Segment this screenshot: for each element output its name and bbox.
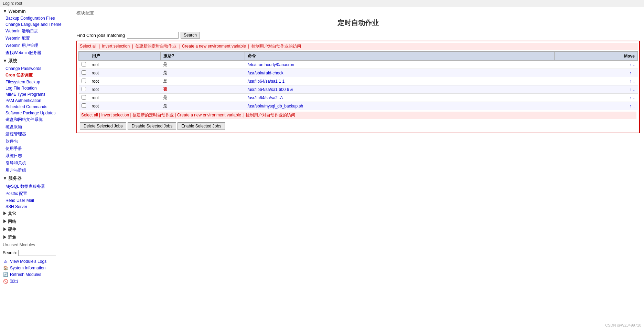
webmin-section-header[interactable]: ▼ Webmin: [0, 7, 72, 15]
search-bar: Find Cron jobs matching Search: [76, 32, 640, 39]
sidebar: ▼ Webmin Backup Configuration Files Chan…: [0, 7, 72, 330]
cron-table-container: Select all | Invert selection | 创建新的定时自动…: [76, 41, 640, 133]
sidebar-item-read-mail[interactable]: Read User Mail: [0, 197, 72, 204]
sidebar-item-log-rotation[interactable]: Log File Rotation: [0, 85, 72, 91]
row-active-4: 是: [160, 94, 245, 102]
row-command-2[interactable]: /usr/lib64/sa/sa1 1 1: [245, 77, 555, 85]
collapsed-section-cluster[interactable]: ▶ 群集: [0, 234, 72, 241]
row-command-link-0[interactable]: /etc/cron.hourly/0anacron: [248, 62, 294, 67]
col-move-header: Move: [555, 52, 638, 61]
enable-selected-jobs-button[interactable]: Enable Selected Jobs: [178, 122, 225, 130]
row-command-link-5[interactable]: /usr/sbin/mysql_db_backup.sh: [248, 104, 303, 109]
sidebar-item-pam-auth[interactable]: PAM Authentication: [0, 97, 72, 104]
sidebar-item-webmin-log[interactable]: Webmin 活动日志: [0, 28, 72, 35]
view-module-logs-label: View Module's Logs: [10, 259, 46, 264]
sidebar-item-webmin-config[interactable]: Webmin 配置: [0, 35, 72, 42]
logout-link[interactable]: 🚫 退出: [3, 278, 69, 284]
collapsed-section-other[interactable]: ▶ 其它: [0, 210, 72, 218]
invert-selection-bottom-link[interactable]: Invert selection: [101, 113, 129, 117]
delete-selected-jobs-button[interactable]: Delete Selected Jobs: [80, 122, 126, 130]
sidebar-item-ssh-server[interactable]: SSH Server: [0, 204, 72, 210]
sidebar-item-filesystem-backup[interactable]: Filesystem Backup: [0, 79, 72, 85]
row-checkbox-1[interactable]: [82, 70, 86, 75]
sidebar-item-software-updates[interactable]: Software Package Updates: [0, 110, 72, 116]
row-command-5[interactable]: /usr/sbin/mysql_db_backup.sh: [245, 102, 555, 110]
control-access-bottom-link[interactable]: 控制用户对自动作业的访问: [246, 113, 295, 117]
warning-icon: ⚠: [3, 259, 8, 264]
sidebar-item-software-packages[interactable]: 软件包: [0, 138, 72, 145]
control-access-top-link[interactable]: 控制用户对自动作业的访问: [251, 44, 301, 49]
row-command-link-3[interactable]: /usr/lib64/sa/sa1 600 6 &: [248, 87, 293, 92]
sidebar-footer: ⚠ View Module's Logs 🏠 System Informatio…: [0, 257, 72, 286]
row-command-link-1[interactable]: /usr/sbin/raid-check: [248, 71, 283, 75]
server-section-label: ▼ 服务器: [3, 175, 22, 182]
sidebar-item-change-passwords[interactable]: Change Passwords: [0, 65, 72, 72]
row-command-link-4[interactable]: /usr/lib64/sa/sa2 -A: [248, 95, 283, 100]
col-checkbox-header: [79, 52, 89, 61]
sidebar-item-find-webmin[interactable]: 查找Webmin服务器: [0, 49, 72, 56]
webmin-section-label: ▼ Webmin: [3, 9, 26, 14]
sidebar-item-manual[interactable]: 使用手册: [0, 145, 72, 152]
view-module-logs-link[interactable]: ⚠ View Module's Logs: [3, 259, 69, 264]
row-checkbox-5[interactable]: [82, 103, 86, 108]
sidebar-item-mysql[interactable]: MySQL 数据库服务器: [0, 183, 72, 190]
collapsed-section-other-label: ▶ 其它: [3, 211, 16, 217]
sidebar-item-postfix[interactable]: Postfix 配置: [0, 190, 72, 197]
sidebar-item-process-manager[interactable]: 进程管理器: [0, 131, 72, 138]
system-information-link[interactable]: 🏠 System Information: [3, 265, 69, 271]
col-command-header: 命令: [245, 52, 555, 61]
select-all-top-link[interactable]: Select all: [80, 44, 97, 49]
sidebar-search-input[interactable]: [18, 250, 56, 256]
collapsed-section-hardware[interactable]: ▶ 硬件: [0, 226, 72, 234]
collapsed-section-network[interactable]: ▶ 网络: [0, 218, 72, 226]
refresh-modules-link[interactable]: 🔄 Refresh Modules: [3, 272, 69, 277]
col-user-header: 用户: [89, 52, 161, 61]
table-row: root是/usr/lib64/sa/sa1 1 1↑ ↓: [79, 77, 638, 85]
row-move-4: ↑ ↓: [555, 94, 638, 102]
search-button[interactable]: Search: [181, 32, 200, 39]
disable-selected-jobs-button[interactable]: Disable Selected Jobs: [128, 122, 176, 130]
cron-search-input[interactable]: [127, 32, 179, 39]
row-active-1: 是: [160, 69, 245, 77]
row-command-1[interactable]: /usr/sbin/raid-check: [245, 69, 555, 77]
row-active-5: 是: [160, 102, 245, 110]
sidebar-item-users-groups[interactable]: 用户与群组: [0, 167, 72, 174]
sidebar-item-disk-network-fs[interactable]: 磁盘和网络文件系统: [0, 116, 72, 123]
sidebar-item-boot-shutdown[interactable]: 引导和关机: [0, 159, 72, 167]
row-command-3[interactable]: /usr/lib64/sa/sa1 600 6 &: [245, 85, 555, 94]
row-move-1: ↑ ↓: [555, 69, 638, 77]
sidebar-item-webmin-users[interactable]: Webmin 用户管理: [0, 42, 72, 49]
sidebar-item-scheduled-cmds[interactable]: Scheduled Commands: [0, 104, 72, 110]
row-active-2: 是: [160, 77, 245, 85]
table-row: root是/usr/lib64/sa/sa2 -A↑ ↓: [79, 94, 638, 102]
sidebar-item-backup-config[interactable]: Backup Configuration Files: [0, 15, 72, 21]
server-section-header[interactable]: ▼ 服务器: [0, 174, 72, 183]
sidebar-item-mime-type[interactable]: MIME Type Programs: [0, 91, 72, 97]
sidebar-item-cron[interactable]: Cron 任务调度: [0, 72, 72, 79]
row-move-3: ↑ ↓: [555, 85, 638, 94]
row-active-0: 是: [160, 61, 245, 69]
home-icon: 🏠: [3, 265, 8, 271]
sidebar-item-disk-quota[interactable]: 磁盘限额: [0, 123, 72, 131]
system-section-header[interactable]: ▼ 系统: [0, 56, 72, 65]
row-command-4[interactable]: /usr/lib64/sa/sa2 -A: [245, 94, 555, 102]
sidebar-item-change-language[interactable]: Change Language and Theme: [0, 21, 72, 28]
row-command-link-2[interactable]: /usr/lib64/sa/sa1 1 1: [248, 79, 285, 84]
unused-modules-label: Un-used Modules: [0, 241, 72, 248]
invert-selection-top-link[interactable]: Invert selection: [102, 44, 130, 49]
create-env-var-bottom-link[interactable]: Create a new environment variable: [177, 113, 241, 117]
row-checkbox-0[interactable]: [82, 62, 86, 66]
sidebar-item-system-log[interactable]: 系统日志: [0, 152, 72, 159]
logout-label: 退出: [10, 278, 18, 284]
create-new-cron-bottom-link[interactable]: 创建新的定时自动作业: [132, 113, 174, 117]
collapsed-section-network-label: ▶ 网络: [3, 219, 16, 225]
breadcrumb: 模块配置: [76, 10, 640, 16]
row-checkbox-4[interactable]: [82, 95, 86, 100]
create-env-var-top-link[interactable]: Create a new environment variable: [182, 44, 246, 49]
row-checkbox-3[interactable]: [82, 87, 86, 91]
row-checkbox-2[interactable]: [82, 79, 86, 83]
create-new-cron-top-link[interactable]: 创建新的定时自动作业: [135, 44, 176, 49]
row-command-0[interactable]: /etc/cron.hourly/0anacron: [245, 61, 555, 69]
select-all-bottom-link[interactable]: Select all: [81, 113, 98, 117]
table-actions-bottom: Select all | Invert selection | 创建新的定时自动…: [80, 112, 636, 119]
